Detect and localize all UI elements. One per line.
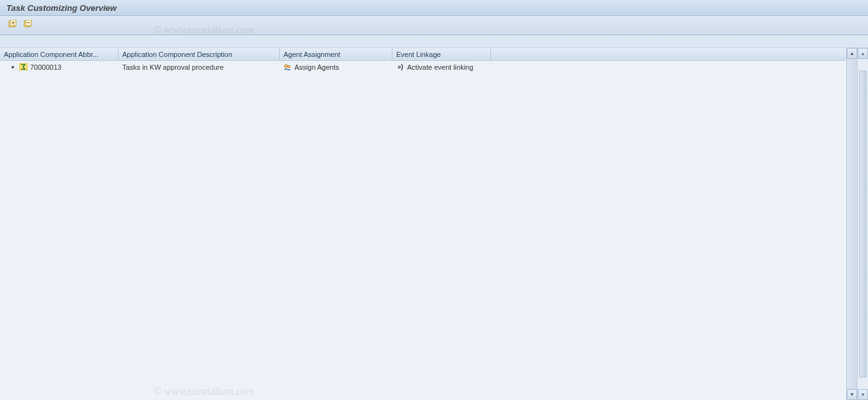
outer-scroll-down-button[interactable]: ▾: [858, 389, 868, 400]
page-title: Task Customizing Overview: [6, 3, 117, 13]
collapse-tree-icon: [24, 20, 33, 31]
abbr-text: 70000013: [30, 63, 61, 71]
cell-event[interactable]: ») Activate event linking: [392, 61, 491, 73]
table-row[interactable]: 70000013 Tasks in KW approval procedure …: [0, 61, 846, 73]
event-text: Activate event linking: [407, 63, 473, 71]
assign-agents-icon: [284, 63, 292, 70]
column-header-agent[interactable]: Agent Assignment: [280, 48, 392, 60]
cell-abbr: 70000013: [0, 61, 118, 73]
desc-text: Tasks in KW approval procedure: [122, 63, 223, 71]
column-header-blank: [491, 48, 700, 60]
spacer-bar: [0, 35, 868, 48]
toolbar: [0, 16, 868, 35]
cell-desc: Tasks in KW approval procedure: [118, 61, 280, 73]
column-header-event[interactable]: Event Linkage: [392, 48, 491, 60]
chevron-up-icon: ▲: [849, 51, 855, 56]
vertical-scrollbar[interactable]: ▲ ▼: [846, 48, 857, 400]
cell-agent[interactable]: Assign Agents: [280, 61, 392, 73]
table-header: Application Component Abbr... Applicatio…: [0, 48, 846, 61]
outer-scroll-up-button[interactable]: ▴: [858, 48, 868, 59]
table-area: Application Component Abbr... Applicatio…: [0, 48, 846, 400]
svg-point-8: [284, 64, 287, 67]
outer-vertical-scrollbar[interactable]: ▴ ▾: [857, 48, 868, 400]
event-link-icon: »): [396, 63, 405, 70]
scroll-up-button[interactable]: ▲: [847, 48, 857, 59]
agent-text: Assign Agents: [294, 63, 339, 71]
expand-tree-icon: [8, 20, 17, 31]
svg-point-9: [288, 65, 291, 68]
chevron-up-icon: ▴: [862, 51, 864, 56]
scroll-track[interactable]: [847, 59, 857, 389]
title-bar: Task Customizing Overview: [0, 0, 868, 16]
workflow-sigma-icon: [19, 63, 28, 70]
scroll-down-button[interactable]: ▼: [847, 389, 857, 400]
collapse-all-button[interactable]: [22, 19, 35, 32]
expand-all-button[interactable]: [6, 19, 19, 32]
outer-scroll-thumb[interactable]: [859, 70, 867, 378]
column-header-desc[interactable]: Application Component Description: [118, 48, 280, 60]
chevron-down-icon: ▼: [849, 392, 855, 397]
content-wrapper: Application Component Abbr... Applicatio…: [0, 48, 868, 400]
chevron-down-icon: ▾: [862, 392, 864, 397]
tree-bullet-icon: [12, 66, 14, 68]
column-header-abbr[interactable]: Application Component Abbr...: [0, 48, 118, 60]
